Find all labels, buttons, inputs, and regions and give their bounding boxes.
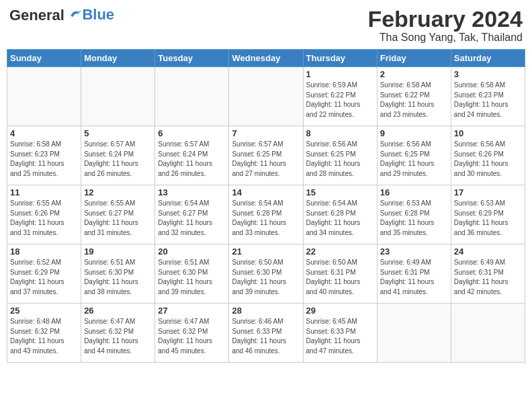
day-number: 17 bbox=[454, 187, 522, 197]
logo: General Blue bbox=[9, 7, 114, 23]
calendar-cell bbox=[81, 67, 155, 126]
day-number: 15 bbox=[306, 187, 374, 197]
day-info: Sunrise: 6:58 AM Sunset: 6:22 PM Dayligh… bbox=[380, 81, 448, 120]
calendar-cell: 9Sunrise: 6:56 AM Sunset: 6:25 PM Daylig… bbox=[377, 126, 451, 185]
day-info: Sunrise: 6:51 AM Sunset: 6:30 PM Dayligh… bbox=[84, 258, 152, 297]
calendar-cell: 15Sunrise: 6:54 AM Sunset: 6:28 PM Dayli… bbox=[303, 185, 377, 244]
calendar-table: SundayMondayTuesdayWednesdayThursdayFrid… bbox=[7, 49, 525, 363]
day-number: 18 bbox=[10, 246, 78, 257]
calendar-cell: 11Sunrise: 6:55 AM Sunset: 6:26 PM Dayli… bbox=[7, 185, 81, 244]
logo-general-text: General bbox=[9, 7, 64, 24]
day-info: Sunrise: 6:56 AM Sunset: 6:25 PM Dayligh… bbox=[306, 140, 374, 179]
calendar-cell: 26Sunrise: 6:47 AM Sunset: 6:32 PM Dayli… bbox=[81, 304, 155, 363]
day-number: 1 bbox=[306, 69, 374, 79]
calendar-cell bbox=[229, 67, 303, 126]
day-number: 27 bbox=[158, 306, 226, 316]
calendar-day-header: Sunday bbox=[7, 50, 81, 67]
day-info: Sunrise: 6:49 AM Sunset: 6:31 PM Dayligh… bbox=[380, 258, 448, 297]
calendar-cell: 10Sunrise: 6:56 AM Sunset: 6:26 PM Dayli… bbox=[451, 126, 525, 185]
day-info: Sunrise: 6:50 AM Sunset: 6:31 PM Dayligh… bbox=[306, 258, 374, 297]
calendar-cell: 14Sunrise: 6:54 AM Sunset: 6:28 PM Dayli… bbox=[229, 185, 303, 244]
calendar-cell bbox=[451, 304, 525, 363]
day-number: 21 bbox=[232, 246, 300, 257]
day-info: Sunrise: 6:53 AM Sunset: 6:29 PM Dayligh… bbox=[454, 199, 522, 238]
day-number: 9 bbox=[380, 128, 448, 138]
page-header: General Blue February 2024 Tha Song Yang… bbox=[7, 7, 525, 44]
day-info: Sunrise: 6:47 AM Sunset: 6:32 PM Dayligh… bbox=[158, 317, 226, 356]
calendar-cell: 28Sunrise: 6:46 AM Sunset: 6:33 PM Dayli… bbox=[229, 304, 303, 363]
day-number: 12 bbox=[84, 187, 152, 197]
calendar-cell: 21Sunrise: 6:50 AM Sunset: 6:30 PM Dayli… bbox=[229, 244, 303, 304]
day-info: Sunrise: 6:58 AM Sunset: 6:23 PM Dayligh… bbox=[10, 140, 78, 179]
calendar-cell bbox=[155, 67, 229, 126]
calendar-cell: 12Sunrise: 6:55 AM Sunset: 6:27 PM Dayli… bbox=[81, 185, 155, 244]
title-area: February 2024 Tha Song Yang, Tak, Thaila… bbox=[367, 7, 523, 44]
day-number: 7 bbox=[232, 128, 300, 138]
calendar-cell: 3Sunrise: 6:58 AM Sunset: 6:23 PM Daylig… bbox=[451, 67, 525, 126]
day-info: Sunrise: 6:55 AM Sunset: 6:26 PM Dayligh… bbox=[10, 199, 78, 238]
day-number: 11 bbox=[10, 187, 78, 197]
day-info: Sunrise: 6:54 AM Sunset: 6:28 PM Dayligh… bbox=[232, 199, 300, 238]
calendar-cell: 29Sunrise: 6:45 AM Sunset: 6:33 PM Dayli… bbox=[303, 304, 377, 363]
day-info: Sunrise: 6:54 AM Sunset: 6:28 PM Dayligh… bbox=[306, 199, 374, 238]
day-number: 20 bbox=[158, 246, 226, 257]
calendar-cell: 13Sunrise: 6:54 AM Sunset: 6:27 PM Dayli… bbox=[155, 185, 229, 244]
calendar-cell bbox=[7, 67, 81, 126]
day-info: Sunrise: 6:57 AM Sunset: 6:24 PM Dayligh… bbox=[84, 140, 152, 179]
day-number: 16 bbox=[380, 187, 448, 197]
day-number: 5 bbox=[84, 128, 152, 138]
day-number: 23 bbox=[380, 246, 448, 257]
day-number: 19 bbox=[84, 246, 152, 257]
day-info: Sunrise: 6:49 AM Sunset: 6:31 PM Dayligh… bbox=[454, 258, 522, 297]
calendar-day-header: Saturday bbox=[451, 50, 525, 67]
day-number: 6 bbox=[158, 128, 226, 138]
day-info: Sunrise: 6:45 AM Sunset: 6:33 PM Dayligh… bbox=[306, 317, 374, 356]
calendar-cell: 19Sunrise: 6:51 AM Sunset: 6:30 PM Dayli… bbox=[81, 244, 155, 304]
calendar-cell: 1Sunrise: 6:59 AM Sunset: 6:22 PM Daylig… bbox=[303, 67, 377, 126]
calendar-cell: 2Sunrise: 6:58 AM Sunset: 6:22 PM Daylig… bbox=[377, 67, 451, 126]
calendar-week-row: 1Sunrise: 6:59 AM Sunset: 6:22 PM Daylig… bbox=[7, 67, 525, 126]
day-number: 22 bbox=[306, 246, 374, 257]
calendar-day-header: Thursday bbox=[303, 50, 377, 67]
day-info: Sunrise: 6:53 AM Sunset: 6:28 PM Dayligh… bbox=[380, 199, 448, 238]
day-info: Sunrise: 6:55 AM Sunset: 6:27 PM Dayligh… bbox=[84, 199, 152, 238]
calendar-cell: 16Sunrise: 6:53 AM Sunset: 6:28 PM Dayli… bbox=[377, 185, 451, 244]
calendar-cell: 27Sunrise: 6:47 AM Sunset: 6:32 PM Dayli… bbox=[155, 304, 229, 363]
day-info: Sunrise: 6:57 AM Sunset: 6:25 PM Dayligh… bbox=[232, 140, 300, 179]
calendar-week-row: 11Sunrise: 6:55 AM Sunset: 6:26 PM Dayli… bbox=[7, 185, 525, 244]
calendar-cell: 20Sunrise: 6:51 AM Sunset: 6:30 PM Dayli… bbox=[155, 244, 229, 304]
calendar-cell: 17Sunrise: 6:53 AM Sunset: 6:29 PM Dayli… bbox=[451, 185, 525, 244]
day-info: Sunrise: 6:50 AM Sunset: 6:30 PM Dayligh… bbox=[232, 258, 300, 297]
calendar-day-header: Friday bbox=[377, 50, 451, 67]
day-info: Sunrise: 6:51 AM Sunset: 6:30 PM Dayligh… bbox=[158, 258, 226, 297]
day-number: 13 bbox=[158, 187, 226, 197]
calendar-cell: 4Sunrise: 6:58 AM Sunset: 6:23 PM Daylig… bbox=[7, 126, 81, 185]
calendar-cell: 22Sunrise: 6:50 AM Sunset: 6:31 PM Dayli… bbox=[303, 244, 377, 304]
day-info: Sunrise: 6:54 AM Sunset: 6:27 PM Dayligh… bbox=[158, 199, 226, 238]
day-number: 24 bbox=[454, 246, 522, 257]
day-info: Sunrise: 6:59 AM Sunset: 6:22 PM Dayligh… bbox=[306, 81, 374, 120]
day-number: 8 bbox=[306, 128, 374, 138]
calendar-cell: 24Sunrise: 6:49 AM Sunset: 6:31 PM Dayli… bbox=[451, 244, 525, 304]
day-info: Sunrise: 6:58 AM Sunset: 6:23 PM Dayligh… bbox=[454, 81, 522, 120]
calendar-cell: 23Sunrise: 6:49 AM Sunset: 6:31 PM Dayli… bbox=[377, 244, 451, 304]
day-number: 4 bbox=[10, 128, 78, 138]
day-number: 14 bbox=[232, 187, 300, 197]
calendar-day-header: Wednesday bbox=[229, 50, 303, 67]
day-number: 2 bbox=[380, 69, 448, 79]
calendar-cell: 25Sunrise: 6:48 AM Sunset: 6:32 PM Dayli… bbox=[7, 304, 81, 363]
day-info: Sunrise: 6:56 AM Sunset: 6:25 PM Dayligh… bbox=[380, 140, 448, 179]
day-info: Sunrise: 6:47 AM Sunset: 6:32 PM Dayligh… bbox=[84, 317, 152, 356]
calendar-week-row: 4Sunrise: 6:58 AM Sunset: 6:23 PM Daylig… bbox=[7, 126, 525, 185]
calendar-cell: 8Sunrise: 6:56 AM Sunset: 6:25 PM Daylig… bbox=[303, 126, 377, 185]
location-title: Tha Song Yang, Tak, Thailand bbox=[367, 32, 523, 44]
day-number: 3 bbox=[454, 69, 522, 79]
calendar-day-header: Tuesday bbox=[155, 50, 229, 67]
day-info: Sunrise: 6:52 AM Sunset: 6:29 PM Dayligh… bbox=[10, 258, 78, 297]
day-info: Sunrise: 6:46 AM Sunset: 6:33 PM Dayligh… bbox=[232, 317, 300, 356]
logo-blue-text: Blue bbox=[82, 6, 114, 23]
day-number: 29 bbox=[306, 306, 374, 316]
month-title: February 2024 bbox=[367, 7, 523, 32]
calendar-week-row: 18Sunrise: 6:52 AM Sunset: 6:29 PM Dayli… bbox=[7, 244, 525, 304]
day-info: Sunrise: 6:48 AM Sunset: 6:32 PM Dayligh… bbox=[10, 317, 78, 356]
